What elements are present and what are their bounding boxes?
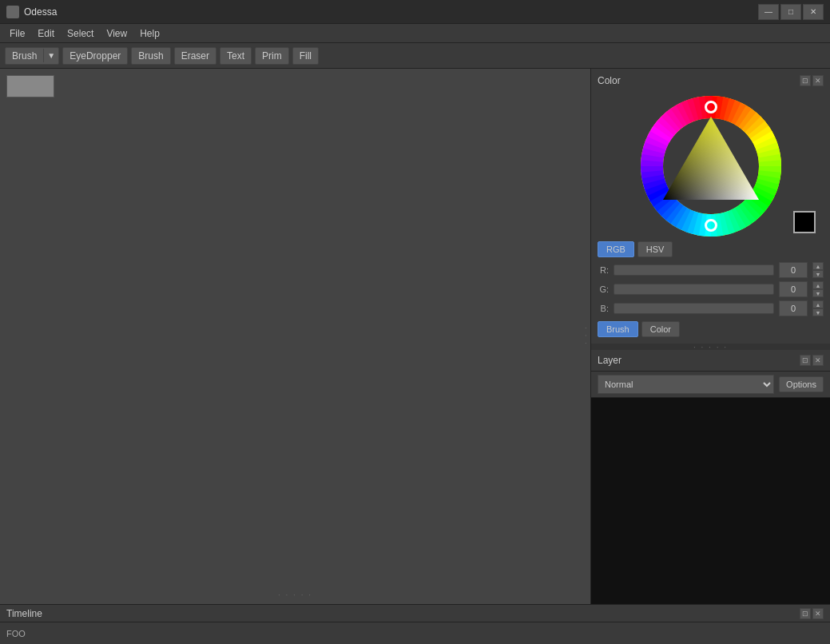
canvas-area[interactable]: · · · · · · · · [0,69,590,604]
text-button[interactable]: Text [220,47,252,65]
bottom-panel-header: Timeline ⊡ ✕ [0,605,830,622]
timeline-content: FOO [0,622,830,644]
timeline-expand-button[interactable]: ⊡ [800,608,811,619]
foo-label: FOO [6,629,26,638]
g-value-input[interactable] [779,281,808,297]
b-slider-row: B: ▲ ▼ [598,300,824,316]
color-panel-controls: ⊡ ✕ [800,75,824,86]
bottom-panel: Timeline ⊡ ✕ FOO [0,604,830,644]
menu-bar: File Edit Select View Help [0,24,830,43]
prim-button[interactable]: Prim [255,47,289,65]
r-spinner-down[interactable]: ▼ [812,270,824,278]
timeline-title: Timeline [6,608,42,619]
color-panel-header: Color ⊡ ✕ [598,75,824,86]
close-button[interactable]: ✕ [803,4,824,20]
b-value-input[interactable] [779,300,808,316]
color-panel: Color ⊡ ✕ [591,69,830,344]
brush-tab[interactable]: Brush [598,321,638,337]
b-spinner-up[interactable]: ▲ [812,300,824,308]
brush-dropdown[interactable]: Brush ▼ [5,47,59,65]
canvas-resize-handle: · · · · · [278,590,312,599]
color-wheel-svg[interactable] [639,94,783,238]
g-slider-track[interactable] [614,284,774,295]
b-label: B: [598,304,609,313]
color-tabs: RGB HSV [598,241,824,257]
brush-dropdown-arrow[interactable]: ▼ [43,49,58,62]
g-label: G: [598,284,609,294]
eyedropper-button[interactable]: EyeDropper [62,47,128,65]
title-bar: Odessa — □ ✕ [0,0,830,24]
options-button[interactable]: Options [779,376,824,392]
b-spinner-down[interactable]: ▼ [812,308,824,316]
r-slider-track[interactable] [614,264,774,276]
panel-divider[interactable]: · · · · · [591,344,830,350]
layer-panel-controls: ⊡ ✕ [800,355,824,366]
color-panel-title: Color [598,75,621,86]
b-spinner: ▲ ▼ [812,300,824,316]
minimize-button[interactable]: — [758,4,779,20]
tool-bar: Brush ▼ EyeDropper Brush Eraser Text Pri… [0,43,830,69]
window-controls: — □ ✕ [758,4,824,20]
menu-select[interactable]: Select [61,26,100,41]
brush-color-tabs: Brush Color [598,321,824,337]
layer-panel-title: Layer [598,355,622,366]
rgb-tab[interactable]: RGB [598,241,634,257]
title-bar-left: Odessa [6,6,57,18]
r-slider-row: R: ▲ ▼ [598,262,824,278]
r-value-input[interactable] [779,262,808,278]
eraser-button[interactable]: Eraser [174,47,216,65]
layer-panel-header: Layer ⊡ ✕ [591,350,830,372]
r-spinner: ▲ ▼ [812,262,824,278]
brush-dropdown-label: Brush [6,48,43,64]
app-icon [6,6,19,18]
title-text: Odessa [24,6,57,18]
menu-view[interactable]: View [100,26,133,41]
layer-controls-row: Normal Multiply Screen Overlay Options [591,372,830,398]
layer-panel: Layer ⊡ ✕ Normal Multiply Screen Overlay… [591,350,830,604]
main-area: · · · · · · · · Color ⊡ ✕ [0,69,830,604]
r-spinner-up[interactable]: ▲ [812,262,824,270]
color-panel-expand-button[interactable]: ⊡ [800,75,811,86]
g-spinner-down[interactable]: ▼ [812,289,824,297]
right-panel: Color ⊡ ✕ [590,69,830,604]
g-spinner: ▲ ▼ [812,281,824,297]
layer-panel-expand-button[interactable]: ⊡ [800,355,811,366]
r-label: R: [598,265,609,275]
bottom-panel-controls: ⊡ ✕ [800,608,824,619]
menu-help[interactable]: Help [133,26,166,41]
fill-button[interactable]: Fill [292,47,319,65]
hsv-tab[interactable]: HSV [637,241,673,257]
color-wheel-container[interactable] [598,91,824,241]
menu-edit[interactable]: Edit [31,26,61,41]
maximize-button[interactable]: □ [780,4,801,20]
menu-file[interactable]: File [3,26,31,41]
layer-content [591,398,830,604]
timeline-close-button[interactable]: ✕ [812,608,824,619]
color-panel-close-button[interactable]: ✕ [812,75,824,86]
g-spinner-up[interactable]: ▲ [812,281,824,289]
color-tab[interactable]: Color [641,321,680,337]
canvas-swatch [6,75,54,97]
g-slider-row: G: ▲ ▼ [598,281,824,297]
side-drag-handle: · · · [582,327,590,346]
layer-panel-close-button[interactable]: ✕ [812,355,824,366]
brush-button[interactable]: Brush [131,47,170,65]
b-slider-track[interactable] [614,303,774,314]
color-swatch-small[interactable] [793,211,816,233]
blend-mode-select[interactable]: Normal Multiply Screen Overlay [598,375,774,394]
